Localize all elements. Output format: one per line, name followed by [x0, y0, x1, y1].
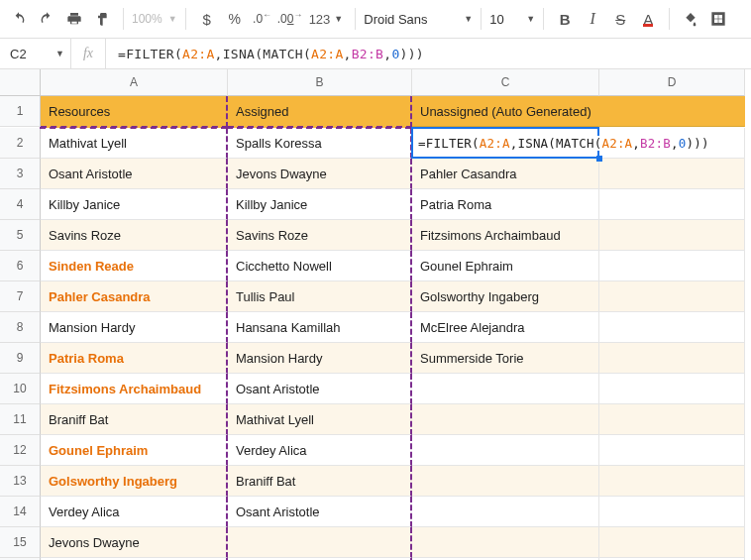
column-header[interactable]: A [41, 69, 228, 96]
cell[interactable]: Golsworthy Ingaberg [412, 281, 599, 312]
cell[interactable]: Summerside Torie [412, 343, 599, 374]
cell[interactable] [599, 312, 745, 343]
fill-color-button[interactable] [678, 6, 703, 32]
cell[interactable]: Osant Aristotle [228, 497, 412, 527]
text-color-button[interactable]: A [635, 6, 661, 32]
cell[interactable] [599, 343, 745, 374]
cell[interactable] [599, 527, 745, 558]
cell[interactable]: Spalls Koressa [228, 128, 412, 159]
row-header[interactable]: 1 [0, 96, 41, 127]
strikethrough-button[interactable]: S [607, 6, 633, 32]
cell[interactable]: Mansion Hardy [41, 312, 228, 343]
cell[interactable]: Jevons Dwayne [228, 159, 412, 189]
row-header[interactable]: 9 [0, 343, 41, 374]
cell[interactable]: Pahler Casandra [412, 159, 599, 189]
row-header[interactable]: 4 [0, 189, 41, 220]
row-header[interactable]: 11 [0, 404, 41, 435]
cell[interactable]: Osant Aristotle [41, 159, 228, 189]
cell[interactable]: Tullis Paul [228, 281, 412, 312]
increase-decimal-button[interactable]: .00→ [277, 6, 303, 32]
font-dropdown[interactable]: Droid Sans▼ [364, 12, 473, 27]
header-cell[interactable] [599, 96, 745, 127]
column-header[interactable]: C [412, 69, 599, 96]
cell[interactable] [228, 527, 412, 558]
cell[interactable] [599, 281, 745, 312]
borders-button[interactable] [705, 6, 731, 32]
cell[interactable]: Patria Roma [412, 189, 599, 220]
cell[interactable] [599, 251, 745, 281]
formula-bar[interactable]: =FILTER(A2:A,ISNA(MATCH(A2:A,B2:B,0))) [106, 47, 751, 61]
row-header[interactable]: 5 [0, 220, 41, 251]
print-button[interactable] [61, 6, 87, 32]
row-header[interactable]: 15 [0, 527, 41, 558]
row-header[interactable]: 3 [0, 159, 41, 189]
cell[interactable]: Pahler Casandra [41, 281, 228, 312]
cell[interactable]: Gounel Ephraim [41, 435, 228, 466]
name-box[interactable]: C2▼ [0, 47, 70, 61]
cell[interactable] [412, 497, 599, 527]
cell[interactable]: Killby Janice [41, 189, 228, 220]
decrease-decimal-button[interactable]: .0← [250, 6, 275, 32]
column-header[interactable]: D [599, 69, 745, 96]
row-header[interactable]: 12 [0, 435, 41, 466]
header-cell[interactable]: Assigned [228, 96, 412, 128]
column-header[interactable]: B [228, 69, 412, 96]
row-header[interactable]: 10 [0, 374, 41, 404]
cell[interactable]: Jevons Dwayne [41, 527, 228, 558]
cell[interactable] [412, 466, 599, 497]
cell[interactable] [412, 374, 599, 404]
active-cell[interactable]: =FILTER(A2:A,ISNA(MATCH(A2:A,B2:B,0))) [412, 128, 599, 159]
cell[interactable] [412, 435, 599, 466]
cell[interactable]: Killby Janice [228, 189, 412, 220]
cell[interactable]: Gounel Ephraim [412, 251, 599, 281]
cell[interactable]: Sinden Reade [41, 251, 228, 281]
cell[interactable]: Savins Roze [41, 220, 228, 251]
cell[interactable]: Mathivat Lyell [228, 404, 412, 435]
paint-format-button[interactable] [89, 6, 115, 32]
font-size-dropdown[interactable]: 10▼ [489, 12, 535, 27]
bold-button[interactable]: B [552, 6, 578, 32]
cell[interactable]: Braniff Bat [228, 466, 412, 497]
cell[interactable] [599, 189, 745, 220]
currency-button[interactable]: $ [194, 6, 220, 32]
row-header[interactable]: 13 [0, 466, 41, 497]
row-header[interactable]: 6 [0, 251, 41, 281]
cell[interactable] [599, 159, 745, 189]
cell[interactable]: Mathivat Lyell [41, 128, 228, 159]
cell[interactable]: Fitzsimons Archaimbaud [41, 374, 228, 404]
header-cell[interactable]: Unassigned (Auto Generated) [412, 96, 599, 127]
italic-button[interactable]: I [580, 6, 605, 32]
cell[interactable]: Patria Roma [41, 343, 228, 374]
header-cell[interactable]: Resources [41, 96, 228, 128]
row-header[interactable]: 7 [0, 281, 41, 312]
percent-button[interactable]: % [222, 6, 248, 32]
cell[interactable] [599, 435, 745, 466]
cell[interactable]: Mansion Hardy [228, 343, 412, 374]
select-all-corner[interactable] [0, 69, 41, 96]
cell[interactable]: Golsworthy Ingaberg [41, 466, 228, 497]
row-header[interactable]: 8 [0, 312, 41, 343]
cell[interactable] [599, 497, 745, 527]
cell[interactable]: Fitzsimons Archaimbaud [412, 220, 599, 251]
cell[interactable] [599, 220, 745, 251]
cell[interactable] [599, 404, 745, 435]
cell[interactable]: McElree Alejandra [412, 312, 599, 343]
row-header[interactable]: 2 [0, 128, 41, 159]
cell[interactable]: Braniff Bat [41, 404, 228, 435]
redo-button[interactable] [34, 6, 59, 32]
format-dropdown[interactable]: 123▼ [305, 6, 348, 32]
cell[interactable]: Savins Roze [228, 220, 412, 251]
spreadsheet-grid[interactable]: ABCD1ResourcesAssignedUnassigned (Auto G… [0, 69, 751, 560]
cell[interactable]: Cicchetto Nowell [228, 251, 412, 281]
cell[interactable]: Verdey Alica [41, 497, 228, 527]
cell[interactable]: Verdey Alica [228, 435, 412, 466]
row-header[interactable]: 14 [0, 497, 41, 527]
cell[interactable] [412, 527, 599, 558]
zoom-dropdown[interactable]: 100%▼ [132, 12, 177, 26]
cell[interactable] [599, 374, 745, 404]
undo-button[interactable] [6, 6, 32, 32]
cell[interactable]: Hansana Kamillah [228, 312, 412, 343]
cell[interactable] [412, 404, 599, 435]
cell[interactable] [599, 466, 745, 497]
cell[interactable]: Osant Aristotle [228, 374, 412, 404]
